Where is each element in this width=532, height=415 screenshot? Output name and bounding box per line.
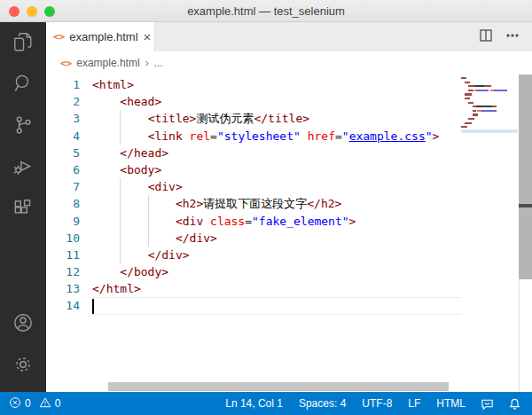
encoding-setting[interactable]: UTF-8 (354, 397, 400, 410)
background-window-scrollbar (519, 74, 532, 279)
vscode-window: example.html — test_selenium (0, 0, 532, 415)
eol-setting[interactable]: LF (400, 397, 428, 410)
title-bar[interactable]: example.html — test_selenium (0, 0, 532, 22)
tab-close-icon[interactable]: × (144, 30, 152, 43)
split-editor-icon[interactable] (479, 28, 493, 46)
tab-bar: <> example.html × (46, 22, 532, 51)
background-window-scrollbar-thumb (519, 204, 532, 208)
code-line[interactable]: 5 </head> (46, 145, 461, 161)
warning-icon (39, 396, 51, 411)
search-icon (12, 72, 35, 98)
tab-label: example.html (69, 30, 137, 43)
indent-guide (148, 230, 149, 247)
breadcrumb[interactable]: <> example.html › ... (46, 51, 532, 74)
explorer-icon (12, 30, 35, 57)
settings-icon (12, 353, 35, 380)
indent-guide (120, 110, 121, 127)
line-number: 3 (46, 110, 92, 127)
language-mode[interactable]: HTML (428, 397, 473, 410)
sidebar-item-explorer[interactable] (0, 22, 46, 64)
traffic-lights (9, 6, 55, 17)
indentation-setting[interactable]: Spaces: 4 (291, 397, 354, 410)
code-line[interactable]: 12 </body> (46, 263, 461, 280)
activity-bar (0, 22, 46, 392)
line-number: 9 (46, 213, 92, 230)
indent-guide (120, 178, 121, 195)
cursor-position[interactable]: Ln 14, Col 1 (217, 397, 291, 410)
code-line[interactable]: 10 </div> (46, 230, 461, 247)
source-control-icon (12, 114, 35, 140)
code-line[interactable]: 7 <div> (46, 178, 461, 195)
code-lines: 1<html>2 <head>3 <title>测试伪元素</title>4 <… (46, 76, 461, 315)
horizontal-scrollbar[interactable] (108, 382, 449, 391)
line-number: 8 (46, 195, 92, 212)
chevron-right-icon: › (145, 57, 149, 69)
line-number: 5 (46, 145, 92, 161)
line-number: 10 (46, 230, 92, 247)
breadcrumb-more[interactable]: ... (154, 57, 163, 69)
code-line[interactable]: 3 <title>测试伪元素</title> (46, 110, 461, 127)
problems-button[interactable]: 0 0 (0, 396, 60, 411)
zoom-window-button[interactable] (44, 6, 55, 17)
warning-count: 0 (55, 397, 61, 410)
settings-button[interactable] (0, 345, 46, 387)
extensions-icon (12, 197, 35, 223)
text-cursor (92, 299, 94, 314)
code-line[interactable]: 1<html> (46, 76, 461, 93)
line-number: 6 (46, 161, 92, 178)
line-number: 11 (46, 247, 92, 263)
line-number: 1 (46, 76, 92, 93)
error-count: 0 (25, 397, 31, 410)
window-title: example.html — test_selenium (187, 4, 345, 18)
line-number: 7 (46, 178, 92, 195)
sidebar-item-extensions[interactable] (0, 189, 46, 231)
sidebar-item-search[interactable] (0, 64, 46, 106)
account-icon (12, 311, 35, 338)
notifications-bell-icon[interactable] (501, 397, 532, 411)
indent-guide (120, 128, 121, 145)
line-number: 12 (46, 263, 92, 280)
breadcrumb-file[interactable]: example.html (76, 57, 139, 69)
indent-guide (120, 247, 121, 263)
indent-guide (120, 213, 121, 230)
line-number: 14 (46, 297, 92, 314)
code-line[interactable]: 14 (46, 297, 461, 314)
sidebar-item-run-debug[interactable] (0, 147, 46, 189)
error-icon (9, 396, 21, 411)
background-window-edge (519, 279, 520, 392)
minimize-window-button[interactable] (27, 6, 37, 17)
html-file-icon-breadcrumb: <> (60, 58, 72, 69)
indent-guide (120, 195, 121, 212)
code-line[interactable]: 6 <body> (46, 161, 461, 178)
more-actions-icon[interactable] (505, 28, 520, 46)
line-number: 13 (46, 280, 92, 297)
code-editor[interactable]: 1<html>2 <head>3 <title>测试伪元素</title>4 <… (46, 74, 532, 392)
code-line[interactable]: 11 </div> (46, 247, 461, 263)
code-line[interactable]: 8 <h2>请提取下面这段文字</h2> (46, 195, 461, 212)
account-button[interactable] (0, 303, 46, 345)
indent-guide (148, 213, 149, 230)
line-number: 2 (46, 93, 92, 110)
line-number: 4 (46, 128, 92, 145)
feedback-icon[interactable] (473, 397, 501, 411)
html-file-icon: <> (53, 31, 65, 43)
code-line[interactable]: 4 <link rel="stylesheet" href="example.c… (46, 128, 461, 145)
indent-guide (120, 230, 121, 247)
minimap-current-line (461, 129, 518, 134)
indent-guide (148, 195, 149, 212)
code-line[interactable]: 9 <div class="fake_element"> (46, 213, 461, 230)
tab-example-html[interactable]: <> example.html × (46, 22, 155, 51)
status-bar: 0 0 Ln 14, Col 1 Spaces: 4 UTF-8 LF HTML (0, 392, 532, 415)
code-line[interactable]: 13</html> (46, 280, 461, 297)
sidebar-item-source-control[interactable] (0, 106, 46, 147)
close-window-button[interactable] (9, 6, 20, 17)
code-line[interactable]: 2 <head> (46, 93, 461, 110)
run-debug-icon (12, 155, 35, 182)
